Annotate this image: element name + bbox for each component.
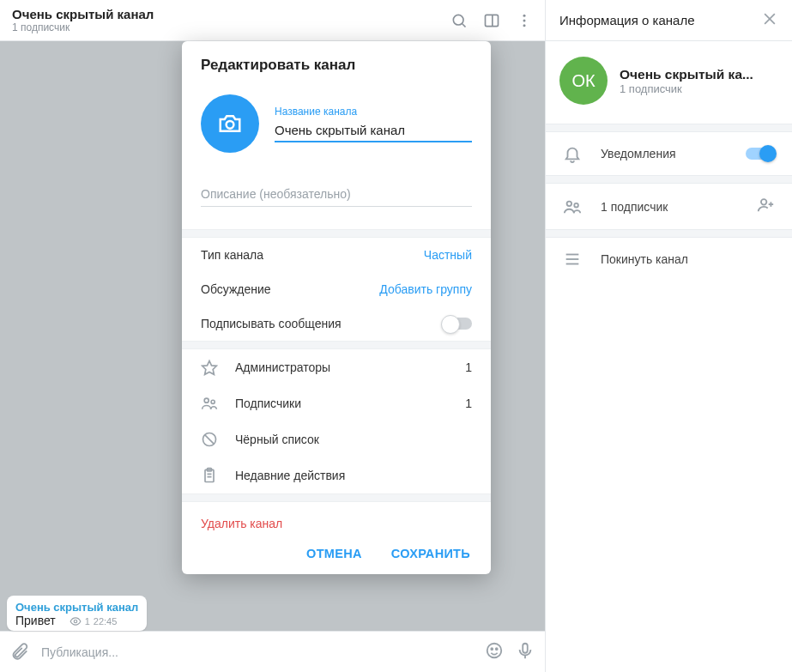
divider [182, 341, 491, 349]
description-input[interactable] [201, 182, 472, 207]
sign-messages-row: Подписывать сообщения [182, 306, 491, 341]
info-title: Информация о канале [559, 13, 761, 27]
administrators-count: 1 [465, 360, 472, 374]
message-text: Привет [15, 614, 56, 627]
avatar[interactable]: ОК [559, 57, 608, 105]
people-icon [563, 197, 582, 216]
compose-bar [0, 631, 545, 672]
svg-point-10 [496, 648, 498, 650]
administrators-label: Администраторы [235, 360, 448, 374]
divider [182, 229, 491, 238]
add-user-icon[interactable] [756, 196, 775, 217]
views-icon [70, 615, 82, 627]
divider [182, 493, 491, 502]
blacklist-label: Чёрный список [235, 433, 472, 446]
svg-point-6 [523, 24, 526, 27]
attach-icon[interactable] [10, 641, 29, 663]
divider [546, 229, 792, 238]
people-icon [201, 395, 218, 412]
recent-actions-row[interactable]: Недавние действия [182, 457, 491, 493]
channel-type-label: Тип канала [201, 248, 424, 262]
svg-point-7 [74, 620, 77, 623]
notifications-label: Уведомления [601, 147, 727, 160]
svg-point-5 [523, 19, 526, 21]
block-icon [201, 431, 218, 448]
svg-rect-11 [523, 643, 528, 652]
subscribers-row[interactable]: 1 подписчик [546, 184, 792, 229]
info-channel-name: Очень скрытый ка... [620, 67, 753, 82]
recent-actions-label: Недавние действия [235, 469, 472, 482]
svg-line-1 [463, 23, 466, 27]
cancel-button[interactable]: ОТМЕНА [306, 547, 362, 560]
svg-point-0 [453, 15, 463, 25]
info-channel-subtitle: 1 подписчик [620, 82, 753, 95]
chat-header: Очень скрытый канал 1 подписчик [0, 0, 545, 41]
channel-type-value[interactable]: Частный [424, 248, 472, 262]
blacklist-row[interactable]: Чёрный список [182, 421, 491, 457]
divider [546, 124, 792, 132]
sign-messages-toggle[interactable] [443, 318, 472, 330]
subscribers-label: 1 подписчик [601, 200, 737, 214]
channel-name-input[interactable] [275, 119, 472, 142]
subscribers-row-modal[interactable]: Подписчики 1 [182, 385, 491, 421]
channel-photo-button[interactable] [201, 94, 259, 153]
chat-title[interactable]: Очень скрытый канал [12, 7, 450, 21]
svg-point-9 [491, 648, 493, 650]
svg-point-8 [487, 643, 502, 657]
subscribers-label-modal: Подписчики [235, 397, 448, 410]
more-icon[interactable] [516, 12, 533, 29]
delete-channel-link[interactable]: Удалить канал [201, 517, 282, 530]
administrators-row[interactable]: Администраторы 1 [182, 349, 491, 385]
discussion-label: Обсуждение [201, 282, 379, 296]
leave-icon [563, 250, 582, 269]
svg-point-16 [574, 203, 578, 207]
save-button[interactable]: СОХРАНИТЬ [391, 547, 470, 560]
svg-point-15 [567, 201, 572, 206]
modal-title: Редактировать канал [182, 41, 491, 79]
divider [546, 175, 792, 184]
chat-subtitle: 1 подписчик [12, 21, 450, 33]
message-sender: Очень скрытый канал [15, 601, 138, 614]
star-icon [201, 359, 218, 376]
svg-point-26 [211, 400, 215, 403]
name-field-label: Название канала [275, 106, 472, 118]
emoji-icon[interactable] [485, 641, 504, 663]
discussion-value[interactable]: Добавить группу [379, 282, 472, 296]
camera-icon [217, 111, 243, 136]
svg-point-25 [204, 398, 209, 403]
message-time: 22:45 [94, 616, 118, 627]
info-header: Информация о канале [546, 0, 792, 41]
sign-messages-label: Подписывать сообщения [201, 317, 443, 330]
panel-toggle-icon[interactable] [483, 12, 500, 29]
info-profile[interactable]: ОК Очень скрытый ка... 1 подписчик [546, 41, 792, 124]
svg-marker-24 [203, 361, 217, 375]
message-views: 1 [85, 616, 90, 627]
clipboard-icon [201, 467, 218, 484]
compose-input[interactable] [41, 645, 473, 659]
svg-point-4 [523, 14, 526, 16]
bell-icon [563, 144, 582, 163]
message-bubble[interactable]: Очень скрытый канал Привет 1 22:45 [7, 596, 147, 631]
leave-label: Покинуть канал [601, 252, 775, 266]
subscribers-count-modal: 1 [465, 397, 472, 410]
discussion-row[interactable]: Обсуждение Добавить группу [182, 272, 491, 306]
notifications-row[interactable]: Уведомления [546, 132, 792, 175]
leave-row[interactable]: Покинуть канал [546, 238, 792, 281]
svg-point-17 [761, 199, 766, 204]
search-icon[interactable] [450, 12, 468, 29]
svg-point-23 [227, 121, 234, 129]
close-icon[interactable] [761, 10, 778, 31]
svg-line-28 [205, 435, 215, 445]
channel-type-row[interactable]: Тип канала Частный [182, 238, 491, 272]
notifications-toggle[interactable] [746, 148, 775, 160]
voice-icon[interactable] [516, 641, 535, 663]
edit-channel-modal: Редактировать канал Название канала Тип … [182, 41, 491, 574]
